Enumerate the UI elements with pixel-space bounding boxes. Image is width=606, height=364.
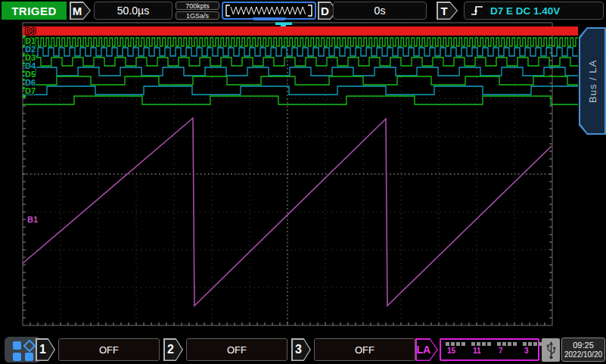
clock-date: 2022/10/20	[564, 350, 602, 359]
la-group-15-12: 15	[446, 342, 465, 359]
usb-status	[542, 338, 560, 362]
channel-D1-trace	[23, 38, 578, 46]
channel-D5-trace	[23, 76, 578, 85]
bus-b1-label[interactable]: B1	[27, 215, 38, 224]
channel-D0-label[interactable]: D0	[25, 26, 36, 36]
bottom-menu-bar: 1 OFF 2 OFF 3 OFF LA 15 11	[0, 334, 606, 364]
timebase-badge-label: M	[70, 2, 85, 20]
la-group-label: 3	[523, 347, 542, 355]
apps-icon	[13, 341, 21, 350]
top-status-bar: TRIGED M 50.0µs 700kpts 1GSa/s D 0s T	[0, 0, 606, 21]
trigger-status-badge: TRIGED	[2, 2, 67, 20]
channel-D0-trace	[23, 26, 578, 36]
rising-edge-icon	[471, 5, 484, 17]
channel-D7-marker	[23, 95, 26, 98]
clock-time: 09:25	[573, 341, 594, 350]
menu-2-badge[interactable]: 2	[163, 338, 183, 361]
channel-D7-label[interactable]: D7	[25, 86, 36, 95]
channel-D3-trace	[23, 58, 578, 66]
menu-1-badge[interactable]: 1	[36, 338, 55, 361]
menu-2-number: 2	[163, 338, 178, 361]
trigger-readout[interactable]: D7 E DC 1.40V	[464, 2, 604, 20]
menu-3-value[interactable]: OFF	[314, 338, 415, 361]
apps-diamond-icon	[23, 340, 36, 353]
channel-D4-trace	[23, 67, 578, 76]
menu-3-badge[interactable]: 3	[291, 338, 311, 361]
la-group-3-0: 3	[523, 342, 542, 359]
trigger-badge-label: T	[437, 2, 452, 20]
channel-D6-trace	[23, 86, 578, 95]
la-group-11-8: 11	[471, 342, 491, 359]
trigger-badge[interactable]: T	[437, 2, 458, 20]
la-group-7-4: 7	[497, 342, 517, 359]
timebase-badge[interactable]: M	[70, 2, 91, 20]
channel-D7-trace	[23, 96, 578, 104]
preview-window-handle[interactable]	[253, 17, 286, 20]
la-channel-status[interactable]: 15 11 7 3	[440, 338, 539, 361]
channel-D2-trace	[23, 48, 578, 56]
sample-rate-readout: 1GSa/s	[176, 11, 219, 20]
bus-la-tab[interactable]: Bus / LA	[579, 27, 606, 135]
h-offset-badge-label: D	[318, 2, 332, 20]
clock-display: 09:25 2022/10/20	[561, 338, 605, 362]
apps-icon-3	[25, 353, 33, 361]
menu-2-value[interactable]: OFF	[186, 338, 287, 361]
la-badge[interactable]: LA	[415, 338, 438, 361]
bus-la-tab-label: Bus / LA	[579, 27, 606, 135]
la-badge-label: LA	[415, 338, 432, 361]
waveform-preview[interactable]	[222, 2, 316, 20]
preview-waveform-icon	[223, 3, 315, 18]
trigger-position-marker[interactable]	[275, 23, 292, 26]
la-group-label: 11	[471, 347, 491, 355]
menu-1-number: 1	[36, 338, 50, 361]
scope-display: D0D1D2D3D4D5D6D7B1	[0, 0, 606, 364]
menu-3-number: 3	[291, 338, 306, 361]
menu-1-value[interactable]: OFF	[58, 338, 160, 361]
apps-icon-2	[13, 353, 21, 361]
h-offset-readout[interactable]: 0s	[333, 2, 427, 20]
oscilloscope-screen: D0D1D2D3D4D5D6D7B1 TRIGED M 50.0µs 700kp…	[0, 0, 606, 364]
trigger-source-readout: D7 E DC 1.40V	[490, 5, 560, 17]
memory-depth-readout: 700kpts	[176, 2, 219, 10]
usb-icon	[545, 340, 557, 360]
la-group-label: 7	[497, 347, 517, 355]
timebase-readout[interactable]: 50.0µs	[94, 2, 172, 20]
la-group-label: 15	[446, 347, 465, 355]
